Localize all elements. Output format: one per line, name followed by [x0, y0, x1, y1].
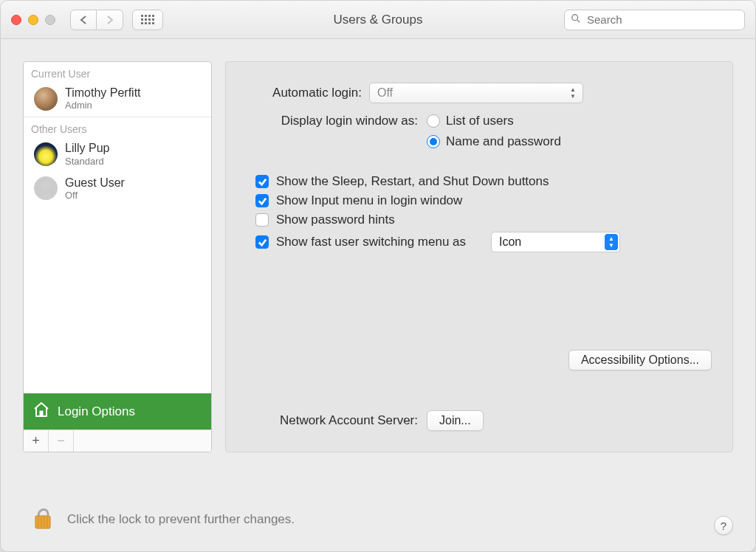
- sidebar-current-user[interactable]: Timothy Perfitt Admin: [24, 83, 211, 117]
- settings-panel: Automatic login: Off ▲▼ Display login wi…: [225, 61, 733, 452]
- user-role: Admin: [65, 100, 141, 111]
- checkbox-icon: [255, 235, 269, 249]
- avatar: [34, 142, 58, 166]
- radio-list-of-users[interactable]: List of users: [427, 114, 561, 128]
- nav-buttons: [70, 10, 123, 30]
- add-user-button[interactable]: +: [24, 430, 49, 452]
- checkbox-label: Show fast user switching menu as: [276, 235, 466, 249]
- radio-icon: [427, 114, 440, 128]
- accessibility-options-button[interactable]: Accessibility Options...: [568, 350, 712, 370]
- user-role: Standard: [65, 156, 109, 167]
- checkbox-label: Show password hints: [276, 213, 395, 227]
- avatar: [34, 87, 58, 111]
- svg-point-0: [572, 14, 578, 20]
- user-role: Off: [65, 190, 125, 201]
- radio-name-and-password[interactable]: Name and password: [427, 134, 561, 149]
- network-account-label: Network Account Server:: [251, 413, 427, 428]
- stepper-icon: ▲▼: [566, 86, 580, 100]
- content-area: Current User Timothy Perfitt Admin Other…: [1, 39, 755, 496]
- help-icon: ?: [721, 520, 726, 532]
- radio-label: List of users: [446, 114, 514, 128]
- house-icon: [32, 401, 50, 422]
- checkbox-password-hints[interactable]: Show password hints: [255, 213, 715, 227]
- checkbox-input-menu[interactable]: Show Input menu in login window: [255, 193, 715, 208]
- svg-rect-4: [35, 516, 50, 528]
- footer: Click the lock to prevent further change…: [1, 496, 755, 551]
- avatar: [34, 176, 58, 200]
- stepper-icon: ▲▼: [605, 234, 618, 250]
- titlebar: Users & Groups: [1, 1, 755, 39]
- minimize-window-button[interactable]: [28, 15, 38, 25]
- select-value: Off: [377, 86, 393, 100]
- close-window-button[interactable]: [11, 15, 21, 25]
- radio-label: Name and password: [446, 134, 561, 149]
- lock-icon[interactable]: [32, 503, 54, 535]
- user-name: Guest User: [65, 176, 125, 190]
- button-label: Join...: [439, 414, 471, 427]
- remove-user-button: −: [49, 430, 74, 452]
- sidebar-footer: + −: [24, 429, 211, 452]
- button-label: Accessibility Options...: [581, 353, 699, 367]
- zoom-window-button: [45, 15, 55, 25]
- radio-icon: [427, 135, 440, 148]
- login-options-item[interactable]: Login Options: [24, 393, 211, 429]
- checkbox-label: Show the Sleep, Restart, and Shut Down b…: [276, 174, 549, 189]
- preferences-window: Users & Groups Current User Timothy Perf…: [0, 0, 756, 552]
- search-icon: [571, 13, 581, 27]
- automatic-login-label: Automatic login:: [251, 86, 369, 100]
- display-login-label: Display login window as:: [251, 114, 427, 128]
- lock-text: Click the lock to prevent further change…: [67, 512, 295, 527]
- fast-user-switching-select[interactable]: Icon ▲▼: [491, 232, 620, 252]
- forward-button[interactable]: [97, 10, 123, 30]
- window-controls: [11, 15, 55, 25]
- login-options-label: Login Options: [58, 404, 135, 419]
- sidebar-user-item[interactable]: Lilly Pup Standard: [24, 138, 211, 172]
- user-name: Timothy Perfitt: [65, 86, 141, 100]
- checkbox-fast-user-switching[interactable]: Show fast user switching menu as Icon ▲▼: [255, 232, 715, 252]
- svg-line-1: [577, 19, 580, 21]
- join-button[interactable]: Join...: [427, 410, 484, 431]
- checkbox-sleep-restart[interactable]: Show the Sleep, Restart, and Shut Down b…: [255, 174, 715, 189]
- checkbox-icon: [255, 175, 269, 188]
- user-name: Lilly Pup: [65, 142, 109, 155]
- search-input[interactable]: [585, 13, 738, 27]
- other-users-header: Other Users: [24, 117, 211, 138]
- users-sidebar: Current User Timothy Perfitt Admin Other…: [23, 61, 212, 452]
- checkbox-icon: [255, 213, 269, 227]
- current-user-header: Current User: [24, 62, 211, 83]
- automatic-login-select[interactable]: Off ▲▼: [369, 83, 583, 103]
- search-field[interactable]: [564, 10, 745, 30]
- svg-point-2: [41, 181, 50, 190]
- checkbox-icon: [255, 194, 269, 207]
- sidebar-user-item[interactable]: Guest User Off: [24, 173, 211, 207]
- grid-icon: [141, 15, 154, 24]
- checkbox-label: Show Input menu in login window: [276, 193, 462, 208]
- show-all-button[interactable]: [132, 10, 163, 30]
- svg-rect-3: [40, 411, 43, 416]
- back-button[interactable]: [70, 10, 97, 30]
- help-button[interactable]: ?: [714, 516, 733, 535]
- select-value: Icon: [499, 235, 521, 249]
